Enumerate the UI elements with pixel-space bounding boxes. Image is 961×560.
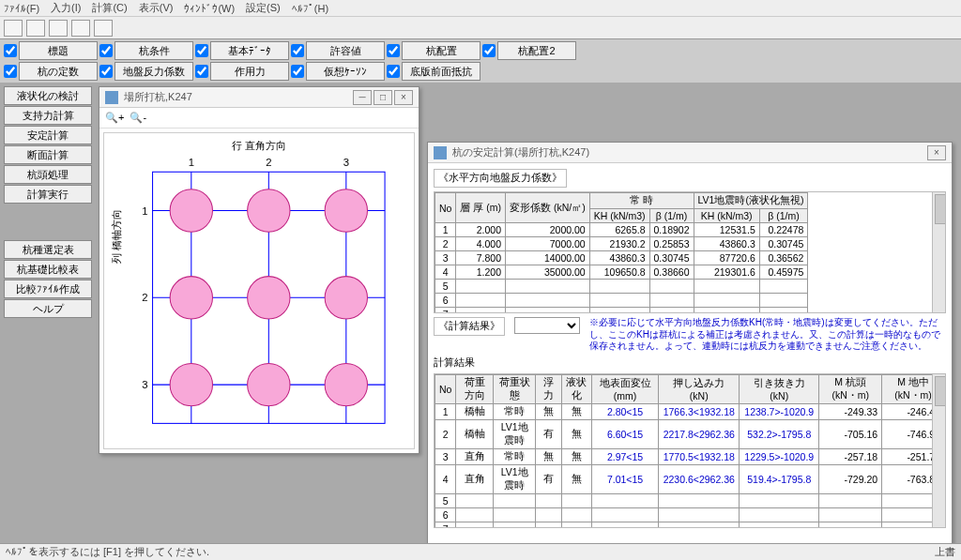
table-cell: 橋軸 bbox=[456, 403, 494, 419]
calc-window: 杭の安定計算(場所打杭,K247) × 《水平方向地盤反力係数》 No 層 厚 … bbox=[427, 142, 953, 560]
table-cell: LV1地震時 bbox=[494, 419, 536, 448]
menu-calc[interactable]: 計算(C) bbox=[92, 1, 127, 15]
chk-1-4[interactable] bbox=[291, 44, 304, 57]
min-icon[interactable]: ─ bbox=[353, 90, 372, 105]
close-icon[interactable]: × bbox=[394, 90, 413, 105]
table-cell: 87720.6 bbox=[694, 251, 759, 265]
chk-2-2[interactable] bbox=[99, 65, 113, 78]
rb-2-3[interactable]: 作用力 bbox=[210, 62, 289, 81]
table-cell: 1238.7>-1020.9 bbox=[740, 403, 819, 419]
rb-1-2[interactable]: 杭条件 bbox=[114, 41, 193, 60]
table-cell: 35000.00 bbox=[506, 265, 590, 280]
table-cell: 7.01<15 bbox=[591, 464, 658, 493]
table-cell: 4.000 bbox=[456, 237, 506, 251]
calcwin-titlebar[interactable]: 杭の安定計算(場所打杭,K247) × bbox=[428, 143, 952, 163]
t1-scrollbar[interactable] bbox=[932, 192, 945, 312]
t2-scrollbar[interactable] bbox=[932, 374, 945, 527]
table-row: 5 bbox=[435, 493, 945, 507]
max-icon[interactable]: □ bbox=[374, 90, 392, 105]
rb-1-1[interactable]: 標題 bbox=[19, 41, 98, 60]
table-cell: 12531.5 bbox=[694, 223, 759, 237]
close-icon[interactable]: × bbox=[927, 145, 946, 160]
svg-point-8 bbox=[248, 189, 290, 232]
table-cell: 2230.6<2962.36 bbox=[659, 464, 740, 493]
rb-2-1[interactable]: 杭の定数 bbox=[19, 62, 98, 81]
sb-type[interactable]: 杭種選定表 bbox=[4, 240, 92, 259]
rb-1-6[interactable]: 杭配置2 bbox=[497, 41, 576, 60]
table-cell: 0.45975 bbox=[759, 265, 808, 280]
sb-section[interactable]: 断面計算 bbox=[4, 145, 92, 164]
rb-2-4[interactable]: 仮想ｹｰｿﾝ bbox=[306, 62, 385, 81]
table-cell: 無 bbox=[561, 419, 591, 448]
ribbon-row-2: 杭の定数 地盤反力係数 作用力 仮想ｹｰｿﾝ 底版前面抵抗 bbox=[0, 62, 961, 81]
chk-1-2[interactable] bbox=[99, 44, 113, 57]
pilewin-titlebar[interactable]: 場所打杭,K247 ─ □ × bbox=[99, 87, 419, 108]
rb-1-5[interactable]: 杭配置 bbox=[402, 41, 480, 60]
rb-1-3[interactable]: 基本ﾃﾞｰﾀ bbox=[210, 41, 289, 60]
tool-4[interactable] bbox=[71, 20, 90, 37]
tool-2[interactable] bbox=[26, 20, 45, 37]
table-row: 37.80014000.0043860.30.3074587720.60.365… bbox=[435, 251, 808, 265]
table-header: 荷重状態 bbox=[494, 374, 536, 403]
table-header: 液状化 bbox=[561, 374, 591, 403]
table-cell bbox=[506, 294, 590, 308]
table-cell: 2 bbox=[435, 419, 456, 448]
chk-2-5[interactable] bbox=[387, 65, 400, 78]
chk-1-3[interactable] bbox=[195, 44, 208, 57]
result-select[interactable] bbox=[514, 317, 580, 334]
chk-1-5[interactable] bbox=[387, 44, 400, 57]
tool-1[interactable] bbox=[4, 20, 23, 37]
table-cell bbox=[694, 280, 759, 294]
table-cell bbox=[649, 280, 694, 294]
pile-plot: 行 直角方向 列 橋軸方向 123 123 bbox=[103, 132, 415, 449]
chk-2-4[interactable] bbox=[291, 65, 304, 78]
table-cell: 6.60<15 bbox=[591, 419, 658, 448]
t1-h-b1: β (1/m) bbox=[649, 209, 694, 223]
rb-2-5[interactable]: 底版前面抵抗 bbox=[402, 62, 480, 81]
sb-compare[interactable]: 杭基礎比較表 bbox=[4, 260, 92, 279]
chk-1-1[interactable] bbox=[4, 44, 17, 57]
sb-compfile[interactable]: 比較ﾌｧｲﾙ作成 bbox=[4, 280, 92, 298]
menu-window[interactable]: ｳｨﾝﾄﾞｳ(W) bbox=[184, 3, 235, 14]
table-header: 地表面変位 (mm) bbox=[591, 374, 658, 403]
tool-3[interactable] bbox=[49, 20, 68, 37]
table1-wrap: No 層 厚 (m) 変形係数 (kN/㎡) 常 時 LV1地震時(液状化無視)… bbox=[434, 191, 946, 313]
table-cell bbox=[494, 507, 536, 522]
table-cell: -257.18 bbox=[819, 448, 882, 464]
table-row: 2橋軸LV1地震時有無6.60<152217.8<2962.36532.2>-1… bbox=[435, 419, 945, 448]
table-cell: LV1地震時 bbox=[494, 464, 536, 493]
table-row: 24.0007000.0021930.20.2585343860.30.3074… bbox=[435, 237, 808, 251]
sb-bearing[interactable]: 支持力計算 bbox=[4, 106, 92, 125]
menu-settings[interactable]: 設定(S) bbox=[246, 1, 281, 15]
zoom-out-icon[interactable]: 🔍- bbox=[130, 112, 146, 124]
menu-view[interactable]: 表示(V) bbox=[139, 1, 174, 15]
sb-help[interactable]: ヘルプ bbox=[4, 299, 92, 318]
sb-liq[interactable]: 液状化の検討 bbox=[4, 86, 92, 105]
chk-2-3[interactable] bbox=[195, 65, 208, 78]
status-right: 上書 bbox=[935, 545, 955, 559]
table-cell: 常時 bbox=[494, 448, 536, 464]
menu-input[interactable]: 入力(I) bbox=[51, 1, 81, 15]
chk-1-6[interactable] bbox=[482, 44, 496, 57]
table-cell: 4 bbox=[435, 265, 456, 280]
zoom-in-icon[interactable]: 🔍+ bbox=[105, 112, 124, 124]
table-cell bbox=[456, 493, 494, 507]
menu-file[interactable]: ﾌｧｲﾙ(F) bbox=[4, 3, 39, 14]
table-cell: 6 bbox=[435, 294, 456, 308]
sb-pilehead[interactable]: 杭頭処理 bbox=[4, 165, 92, 184]
menu-help[interactable]: ﾍﾙﾌﾟ(H) bbox=[292, 3, 328, 14]
tool-5[interactable] bbox=[94, 20, 113, 37]
client-area: 液状化の検討 支持力計算 安定計算 断面計算 杭頭処理 計算実行 杭種選定表 杭… bbox=[0, 83, 961, 549]
sb-stability[interactable]: 安定計算 bbox=[4, 126, 92, 144]
rb-2-2[interactable]: 地盤反力係数 bbox=[114, 62, 193, 81]
table-row: 5 bbox=[435, 280, 808, 294]
table-row: 6 bbox=[435, 507, 945, 522]
rb-1-4[interactable]: 許容値 bbox=[306, 41, 385, 60]
t1-h-thick: 層 厚 (m) bbox=[456, 193, 506, 223]
sb-run[interactable]: 計算実行 bbox=[4, 185, 92, 204]
chk-2-1[interactable] bbox=[4, 65, 17, 78]
menubar[interactable]: ﾌｧｲﾙ(F) 入力(I) 計算(C) 表示(V) ｳｨﾝﾄﾞｳ(W) 設定(S… bbox=[0, 0, 961, 17]
table-cell bbox=[759, 280, 808, 294]
t1-h-normal: 常 時 bbox=[589, 193, 694, 209]
svg-point-15 bbox=[325, 363, 367, 405]
